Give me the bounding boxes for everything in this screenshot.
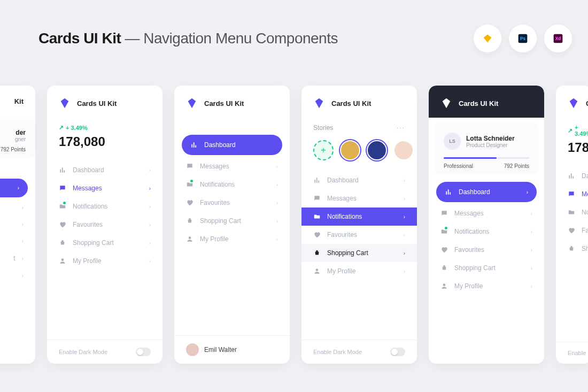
profile-role: gner — [0, 136, 26, 142]
cart-icon — [313, 249, 321, 257]
stat-value: 178,0 — [568, 140, 588, 155]
nav-card-stories: Cards UI Kit Stories ··· + Dashboard› Me… — [301, 86, 417, 364]
progress-bar — [444, 157, 529, 159]
nav-item-cart[interactable]: Shopping Cart› — [429, 259, 544, 277]
nav-item-dashboard[interactable]: Dashboard› — [301, 171, 417, 189]
heart-icon — [59, 221, 66, 228]
darkmode-toggle[interactable]: Enable Dark Mode — [47, 340, 163, 364]
message-icon — [186, 163, 194, 170]
chevron-right-icon: › — [531, 247, 532, 253]
profile-name: der — [0, 129, 26, 136]
nav-item[interactable]: › — [0, 160, 35, 176]
toggle-switch[interactable] — [136, 348, 151, 356]
chart-icon — [445, 188, 452, 196]
chevron-right-icon: › — [149, 258, 151, 264]
nav-card-stats: Cards UI Kit ↗+ 3.49% 178,080 Dashboard›… — [47, 86, 163, 364]
nav-item-cart[interactable]: Shopping Cart› — [301, 244, 417, 262]
nav-item-notifications[interactable]: Notifications› — [301, 207, 417, 226]
card-header: Cards UI Kit — [47, 86, 163, 118]
story-avatar[interactable] — [393, 140, 414, 160]
chevron-right-icon: › — [149, 204, 151, 210]
nav-item-active[interactable]: › — [0, 179, 28, 197]
nav-item-notifications[interactable]: Notifications› — [429, 222, 544, 241]
cart-icon — [568, 245, 575, 252]
nav-item-notifications[interactable]: Noti — [556, 203, 588, 221]
nav-item-profile[interactable]: My Profile› — [174, 230, 290, 248]
chevron-right-icon: › — [22, 256, 24, 262]
nav-item-cart[interactable]: Shop — [556, 240, 588, 258]
nav-item-profile[interactable]: My Profile› — [47, 252, 163, 270]
nav-item-dashboard[interactable]: Dash — [556, 167, 588, 185]
chevron-right-icon: › — [276, 164, 278, 170]
nav-list: › › › › › t› › — [0, 158, 35, 286]
chevron-right-icon: › — [276, 218, 278, 224]
nav-card-partial-left: Kit der gner 792 Points › › › › › t› › — [0, 86, 35, 364]
nav-item-favourites[interactable]: Favourites› — [174, 194, 290, 212]
nav-item-messages[interactable]: Messages› — [174, 157, 290, 175]
nav-item[interactable]: t› — [0, 249, 35, 267]
darkmode-toggle[interactable]: Enable Dark Mode — [301, 340, 417, 364]
chevron-right-icon: › — [276, 236, 278, 242]
nav-item-profile[interactable]: My Profile› — [429, 277, 544, 295]
profile-name: Lotta Schneider — [466, 135, 515, 142]
card-header: Cards UI Kit — [174, 86, 290, 118]
diamond-icon — [568, 97, 579, 109]
nav-list: Dashboard Messages› Notifications› Favou… — [174, 130, 290, 250]
nav-item-profile[interactable]: My Profile› — [301, 262, 417, 280]
diamond-icon — [313, 97, 325, 109]
story-avatar[interactable] — [340, 140, 360, 160]
nav-item[interactable]: › — [0, 199, 35, 216]
nav-item-favourites[interactable]: Favourites› — [47, 216, 163, 234]
footer-user[interactable]: Emil Walter — [174, 335, 290, 364]
nav-item-favourites[interactable]: Favourites› — [301, 226, 417, 244]
brand-label: Cards UI Kit — [459, 99, 498, 107]
nav-item-favourites[interactable]: Favourites› — [429, 241, 544, 259]
toggle-switch[interactable] — [390, 348, 405, 356]
story-add-button[interactable]: + — [313, 140, 334, 160]
nav-item[interactable]: › — [0, 233, 35, 249]
nav-item-messages[interactable]: Messages› — [301, 189, 417, 207]
chevron-right-icon: › — [149, 240, 151, 246]
heart-icon — [313, 231, 321, 239]
folder-icon — [568, 209, 575, 216]
card-header-dark: Cards UI Kit — [429, 86, 544, 118]
cart-icon — [186, 217, 194, 225]
user-icon — [440, 282, 448, 290]
avatar: LS — [444, 133, 461, 150]
brand-label: Kit — [14, 97, 24, 105]
nav-item-notifications[interactable]: Notifications› — [47, 197, 163, 216]
profile-points: 792 Points — [504, 163, 529, 169]
brand-label: Cards UI Kit — [331, 99, 371, 107]
brand-label: Cards UI Kit — [204, 99, 244, 107]
darkmode-toggle[interactable]: Enable Dark — [556, 342, 588, 364]
nav-item-dashboard[interactable]: Dashboard — [182, 135, 282, 155]
nav-card-partial-right: Ca ↗+ 3.49% 178,0 Dash Mes Noti Favo Sho… — [556, 86, 588, 364]
nav-item-dashboard[interactable]: Dashboard› — [47, 161, 163, 179]
notification-dot — [445, 227, 447, 229]
chevron-right-icon: › — [531, 265, 532, 271]
user-icon — [59, 257, 66, 265]
more-icon[interactable]: ··· — [397, 124, 405, 132]
nav-item[interactable]: › — [0, 267, 35, 284]
nav-item-messages[interactable]: Messages› — [429, 204, 544, 222]
nav-item-favourites[interactable]: Favo — [556, 221, 588, 240]
nav-item-dashboard[interactable]: Dashboard› — [436, 182, 537, 202]
story-avatar[interactable] — [367, 140, 387, 160]
nav-item-messages[interactable]: Mes — [556, 185, 588, 203]
nav-item-cart[interactable]: Shopping Cart› — [47, 234, 163, 252]
chart-icon — [568, 172, 575, 180]
darkmode-label: Enable Dark — [568, 350, 588, 356]
nav-item-cart[interactable]: Shopping Cart› — [174, 212, 290, 230]
chevron-right-icon: › — [404, 268, 405, 274]
nav-item[interactable]: › — [0, 216, 35, 233]
nav-item-messages[interactable]: Messages› — [47, 179, 163, 197]
chevron-right-icon: › — [404, 214, 405, 220]
svg-text:Ps: Ps — [520, 36, 526, 41]
page-title: Cards UI Kit — Navigation Menu Component… — [38, 30, 338, 47]
diamond-icon — [59, 97, 71, 109]
avatar — [186, 343, 199, 356]
profile-block: LS Lotta Schneider Product Designer Prof… — [434, 123, 539, 174]
folder-icon — [313, 213, 321, 220]
nav-list: Dash Mes Noti Favo Shop — [556, 165, 588, 260]
nav-item-notifications[interactable]: Notifications› — [174, 175, 290, 194]
